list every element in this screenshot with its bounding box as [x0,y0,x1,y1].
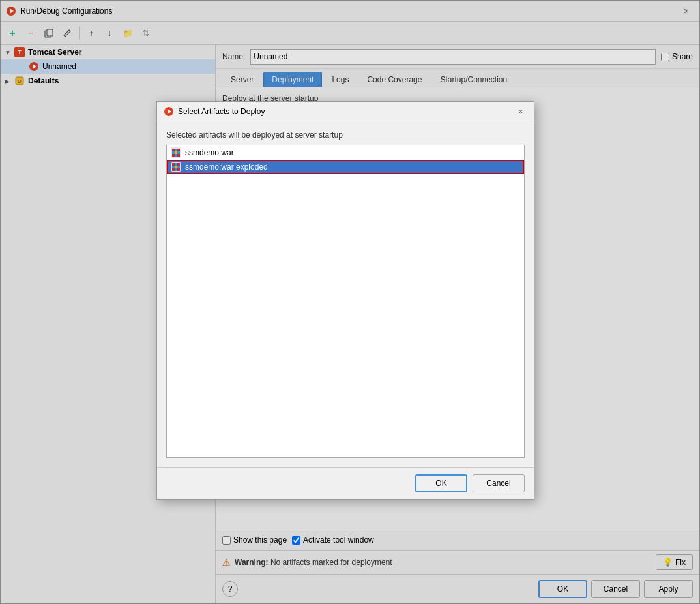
svg-rect-29 [177,168,180,171]
modal-title: Select Artifacts to Deploy [178,107,514,116]
svg-rect-28 [175,168,177,171]
modal-description: Selected artifacts will be deployed at s… [166,130,525,140]
svg-rect-21 [172,163,175,166]
svg-rect-22 [175,163,177,166]
svg-rect-14 [172,151,175,154]
artifact-item-war-exploded[interactable]: ssmdemo:war exploded [167,160,524,174]
war-icon [171,147,181,158]
svg-rect-15 [175,151,177,154]
svg-rect-11 [172,149,175,151]
svg-rect-18 [175,154,177,157]
svg-rect-19 [177,154,180,157]
svg-rect-17 [172,154,175,157]
modal-footer: OK Cancel [157,467,534,499]
modal-cancel-button[interactable]: Cancel [473,474,525,492]
svg-rect-13 [177,149,180,151]
artifact-war-exploded-label: ssmdemo:war exploded [185,162,268,172]
svg-rect-12 [175,149,177,151]
svg-rect-25 [175,166,177,168]
svg-rect-24 [172,166,175,168]
svg-rect-23 [177,163,180,166]
svg-rect-27 [172,168,175,171]
artifact-item-war[interactable]: ssmdemo:war [167,145,524,160]
modal-title-bar: Select Artifacts to Deploy × [157,102,534,121]
modal-body: Selected artifacts will be deployed at s… [157,121,534,467]
modal-ok-button[interactable]: OK [415,474,467,492]
modal-app-icon [164,106,174,117]
svg-rect-16 [177,151,180,154]
war-exploded-icon [171,162,181,172]
artifact-list: ssmdemo:war [166,145,525,458]
modal-close-button[interactable]: × [514,105,527,118]
modal-overlay: Select Artifacts to Deploy × Selected ar… [0,0,700,604]
svg-rect-26 [177,166,180,168]
artifact-war-label: ssmdemo:war [185,148,234,157]
select-artifacts-dialog: Select Artifacts to Deploy × Selected ar… [156,101,534,500]
